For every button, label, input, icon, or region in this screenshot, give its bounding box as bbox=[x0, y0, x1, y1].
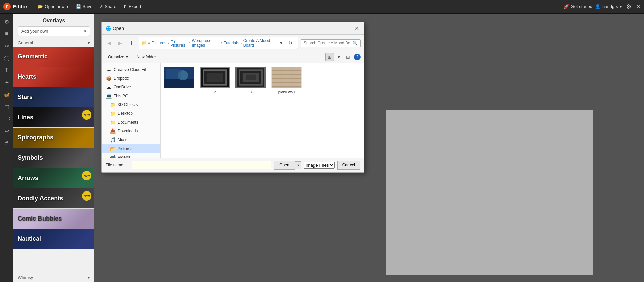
dialog-sub-toolbar: Organize ▾ New folder ⊞ ▾ ⊟ ? bbox=[102, 51, 364, 63]
nav-item-documents[interactable]: 📁 Documents bbox=[102, 118, 160, 127]
save-icon: 💾 bbox=[76, 4, 81, 9]
sidebar-item-hearts[interactable]: Hearts bbox=[13, 67, 94, 87]
list-view-button[interactable]: ⊟ bbox=[344, 53, 353, 61]
sidebar-item-spirographs[interactable]: Spirographs bbox=[13, 128, 94, 148]
export-icon: ⬆ bbox=[123, 4, 127, 9]
breadcrumb-tutorials[interactable]: Tutorials bbox=[224, 41, 239, 45]
sidebar-item-label: Doodly Accents bbox=[13, 195, 63, 202]
breadcrumb-my-pictures[interactable]: My Pictures bbox=[170, 38, 188, 48]
organize-button[interactable]: Organize ▾ bbox=[105, 53, 131, 61]
breadcrumb-create-mood-board[interactable]: Create A Mood Board bbox=[243, 38, 275, 48]
back-button[interactable]: ◀ bbox=[105, 39, 113, 47]
search-box: 🔍 bbox=[301, 39, 361, 47]
circle-icon[interactable]: ◯ bbox=[2, 53, 11, 63]
svg-rect-1 bbox=[164, 79, 194, 88]
tag-icon[interactable]: # bbox=[2, 138, 11, 148]
nav-item-videos[interactable]: 📹 Videos bbox=[102, 153, 160, 158]
file-thumb-2[interactable]: 2 bbox=[200, 67, 230, 94]
nav-item-onedrive[interactable]: ☁ OneDrive bbox=[102, 83, 160, 92]
file-thumb-plank[interactable]: plank wall bbox=[271, 67, 302, 94]
export-button[interactable]: ⬆ Export bbox=[120, 3, 145, 10]
sidebar-list: Geometric Hearts Stars Lines New Spirogr… bbox=[13, 47, 94, 273]
dialog-address-toolbar: ◀ ▶ ⬆ 📁 « Pictures › My Pictures › Wordp… bbox=[102, 35, 364, 51]
nav-item-music[interactable]: 🎵 Music bbox=[102, 135, 160, 144]
nav-item-3d-objects[interactable]: 📁 3D Objects bbox=[102, 100, 160, 109]
thumbnails-view-button[interactable]: ⊞ bbox=[325, 53, 334, 61]
sidebar-item-symbols[interactable]: Symbols bbox=[13, 148, 94, 168]
thumbnail-2 bbox=[200, 67, 230, 88]
sidebar-item-geometric[interactable]: Geometric bbox=[13, 47, 94, 67]
open-dropdown-button[interactable]: ▾ bbox=[295, 161, 301, 169]
thumbnail-label-1: 1 bbox=[178, 90, 180, 94]
sidebar-item-arrows[interactable]: Arrows New bbox=[13, 168, 94, 188]
dialog-close-button[interactable]: ✕ bbox=[353, 25, 360, 32]
filename-label: File name: bbox=[106, 163, 129, 168]
file-thumb-1[interactable]: 1 bbox=[164, 67, 194, 94]
svg-rect-3 bbox=[166, 69, 181, 79]
folder-open-icon: 📂 bbox=[110, 146, 116, 151]
nav-item-desktop[interactable]: 📁 Desktop bbox=[102, 109, 160, 118]
resize-handle[interactable] bbox=[360, 168, 364, 172]
thumbnail-label-2: 2 bbox=[214, 90, 216, 94]
add-your-own-button[interactable]: Add your own ▾ bbox=[18, 26, 90, 36]
refresh-button[interactable]: ↻ bbox=[286, 39, 295, 47]
details-view-button[interactable]: ▾ bbox=[335, 53, 342, 61]
nav-item-downloads[interactable]: 📥 Downloads bbox=[102, 127, 160, 135]
star-icon[interactable]: ✦ bbox=[2, 78, 11, 87]
help-button[interactable]: ? bbox=[354, 54, 361, 60]
crop-icon[interactable]: ✂ bbox=[2, 41, 11, 51]
user-menu[interactable]: 👤 handgrs ▾ bbox=[595, 4, 622, 9]
close-button[interactable]: ✕ bbox=[636, 3, 641, 10]
sidebar-item-label: Hearts bbox=[13, 73, 36, 80]
new-badge: New bbox=[82, 171, 91, 180]
share-button[interactable]: ↗ Share bbox=[96, 3, 120, 10]
chevron-down-icon: ▾ bbox=[620, 4, 622, 9]
filter-icon[interactable]: ≡ bbox=[2, 29, 11, 39]
chevron-down-icon: ▾ bbox=[88, 275, 90, 280]
nav-panel: ☁ Creative Cloud Fil 📦 Dropbox ☁ OneDriv… bbox=[102, 63, 161, 158]
frame-icon[interactable]: ▢ bbox=[2, 102, 11, 111]
save-button[interactable]: 💾 Save bbox=[72, 3, 96, 10]
grid-icon[interactable]: ⋮⋮ bbox=[2, 114, 11, 124]
breadcrumb-pictures[interactable]: Pictures bbox=[152, 41, 166, 45]
share-icon: ↗ bbox=[99, 4, 103, 9]
cancel-button[interactable]: Cancel bbox=[337, 161, 360, 170]
sidebar-item-comic-bubbles[interactable]: Comic Bubbles bbox=[13, 209, 94, 229]
thumbnail-label-3: 3 bbox=[250, 90, 252, 94]
butterfly-icon[interactable]: 🦋 bbox=[2, 90, 11, 99]
file-thumb-3[interactable]: 3 bbox=[235, 67, 266, 94]
nav-item-dropbox[interactable]: 📦 Dropbox bbox=[102, 74, 160, 83]
user-icon: 👤 bbox=[595, 4, 600, 9]
nav-item-this-pc[interactable]: 💻 This PC bbox=[102, 92, 160, 100]
sidebar-item-stars[interactable]: Stars bbox=[13, 87, 94, 107]
adjustments-icon[interactable]: ⚙ bbox=[2, 17, 11, 26]
svg-rect-7 bbox=[207, 73, 223, 82]
sidebar-item-label: Arrows bbox=[13, 175, 38, 182]
dropdown-arrow[interactable]: ▾ bbox=[278, 39, 285, 47]
filetype-select[interactable]: Image Files bbox=[304, 162, 335, 169]
chevron-down-icon: ▾ bbox=[88, 40, 90, 45]
sidebar-item-label: Stars bbox=[13, 94, 33, 101]
search-input[interactable] bbox=[304, 41, 351, 45]
breadcrumb-wordpress-images[interactable]: Wordpress Images bbox=[192, 38, 220, 48]
dialog-body: ☁ Creative Cloud Fil 📦 Dropbox ☁ OneDriv… bbox=[102, 63, 364, 158]
new-badge: New bbox=[82, 110, 91, 120]
nav-item-pictures[interactable]: 📂 Pictures bbox=[102, 144, 160, 153]
text-icon[interactable]: T bbox=[2, 66, 11, 75]
forward-button[interactable]: ▶ bbox=[116, 39, 124, 47]
chevron-down-icon: ▾ bbox=[84, 29, 86, 34]
nav-item-creative-cloud[interactable]: ☁ Creative Cloud Fil bbox=[102, 65, 160, 74]
filename-input[interactable] bbox=[132, 161, 271, 169]
hook-icon[interactable]: ↩ bbox=[2, 126, 11, 136]
sidebar-item-lines[interactable]: Lines New bbox=[13, 107, 94, 128]
downloads-icon: 📥 bbox=[110, 128, 116, 134]
open-new-button[interactable]: 📂 Open new ▾ bbox=[34, 3, 72, 10]
open-button[interactable]: Open bbox=[274, 161, 295, 170]
up-button[interactable]: ⬆ bbox=[127, 39, 136, 47]
settings-button[interactable]: ⚙ bbox=[626, 3, 632, 10]
get-started-button[interactable]: 🚀 Get started bbox=[564, 4, 592, 9]
sidebar-item-doodly-accents[interactable]: Doodly Accents New bbox=[13, 188, 94, 209]
sidebar-item-nautical[interactable]: Nautical bbox=[13, 229, 94, 249]
new-folder-button[interactable]: New folder bbox=[134, 53, 159, 61]
open-button-group: Open ▾ bbox=[274, 161, 301, 170]
